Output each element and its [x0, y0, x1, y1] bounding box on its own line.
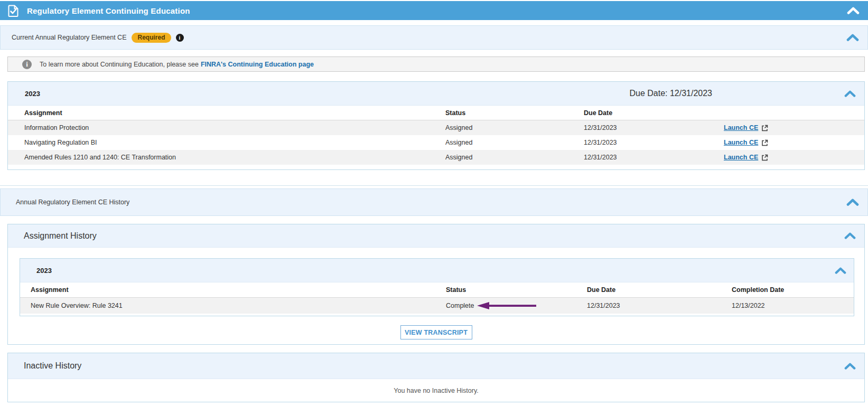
external-link-icon — [761, 154, 768, 161]
column-header-status: Status — [445, 109, 584, 117]
ce-history-section-header: Annual Regulatory Element CE History — [0, 188, 868, 216]
cell-status: Assigned — [445, 154, 584, 161]
external-link-icon — [761, 125, 768, 131]
launch-ce-link[interactable]: Launch CE — [724, 139, 758, 146]
table-row: New Rule Overview: Rule 3241 Complete 12… — [20, 298, 854, 314]
info-circle-icon: i — [22, 60, 32, 69]
inactive-history-title: Inactive History — [24, 361, 81, 371]
cell-assignment: Information Protection — [24, 124, 445, 131]
column-header-due-date: Due Date — [587, 286, 732, 294]
current-annual-ce-section-header: Current Annual Regulatory Element CE Req… — [0, 25, 868, 50]
chevron-up-icon[interactable] — [844, 363, 856, 370]
table-header-row: Assignment Status Due Date — [8, 106, 864, 120]
table-header-row: Assignment Status Due Date Completion Da… — [20, 282, 854, 298]
info-banner: i To learn more about Continuing Educati… — [7, 56, 865, 72]
year-label: 2023 — [36, 267, 52, 275]
assignment-history-title: Assignment History — [24, 231, 97, 241]
cell-status: Assigned — [445, 139, 584, 146]
chevron-up-icon[interactable] — [835, 267, 846, 274]
info-banner-text: To learn more about Continuing Education… — [40, 61, 199, 68]
column-header-assignment: Assignment — [24, 109, 445, 117]
finra-continuing-education-link[interactable]: FINRA's Continuing Education page — [201, 61, 314, 68]
page-title: Regulatory Element Continuing Education — [27, 6, 190, 15]
cell-completion-date: 12/13/2022 — [732, 302, 854, 309]
table-row: Amended Rules 1210 and 1240: CE Transfor… — [8, 150, 864, 165]
cell-assignment: New Rule Overview: Rule 3241 — [31, 302, 446, 309]
cell-due-date: 12/31/2023 — [584, 139, 724, 146]
table-row: Information Protection Assigned 12/31/20… — [8, 120, 864, 135]
inactive-history-header: Inactive History — [8, 353, 864, 379]
current-year-panel-header: 2023 Due Date: 12/31/2023 — [8, 82, 864, 106]
document-check-icon — [7, 4, 20, 18]
launch-ce-link[interactable]: Launch CE — [724, 124, 758, 131]
cell-assignment: Amended Rules 1210 and 1240: CE Transfor… — [24, 154, 445, 161]
cell-due-date: 12/31/2023 — [584, 124, 724, 131]
cell-status: Assigned — [445, 124, 584, 131]
chevron-up-icon[interactable] — [844, 90, 856, 97]
inactive-history-panel: Inactive History You have no Inactive Hi… — [7, 353, 865, 402]
launch-ce-link[interactable]: Launch CE — [724, 154, 758, 161]
required-badge: Required — [132, 33, 171, 43]
chevron-up-icon[interactable] — [846, 199, 859, 206]
purple-arrow-annotation-icon — [477, 301, 538, 311]
chevron-up-icon[interactable] — [847, 7, 860, 14]
chevron-up-icon[interactable] — [846, 34, 859, 41]
column-header-assignment: Assignment — [31, 286, 446, 294]
current-year-panel: 2023 Due Date: 12/31/2023 Assignment Sta… — [7, 81, 865, 170]
table-row: Navigating Regulation BI Assigned 12/31/… — [8, 135, 864, 150]
page-title-bar: Regulatory Element Continuing Education — [0, 1, 868, 20]
cell-due-date: 12/31/2023 — [584, 154, 724, 161]
history-year-panel-header: 2023 — [20, 259, 854, 282]
column-header-completion-date: Completion Date — [732, 286, 854, 294]
info-icon[interactable]: i — [176, 34, 184, 42]
assignment-history-panel: Assignment History 2023 Assignment Statu… — [7, 224, 865, 345]
year-label: 2023 — [25, 90, 40, 98]
history-year-panel: 2023 Assignment Status Due Date Completi… — [20, 258, 854, 316]
current-annual-ce-title: Current Annual Regulatory Element CE — [12, 34, 126, 41]
ce-history-title: Annual Regulatory Element CE History — [16, 199, 129, 206]
external-link-icon — [761, 139, 768, 146]
column-header-due-date: Due Date — [584, 109, 724, 117]
section-divider — [0, 185, 868, 186]
column-header-status: Status — [446, 286, 587, 294]
cell-assignment: Navigating Regulation BI — [24, 139, 445, 146]
chevron-up-icon[interactable] — [844, 232, 856, 239]
panel-due-date: Due Date: 12/31/2023 — [629, 89, 712, 98]
view-transcript-button[interactable]: VIEW TRANSCRIPT — [400, 325, 472, 339]
assignment-history-header: Assignment History — [8, 224, 864, 248]
inactive-history-empty-text: You have no Inactive History. — [8, 379, 864, 403]
cell-due-date: 12/31/2023 — [587, 302, 732, 309]
